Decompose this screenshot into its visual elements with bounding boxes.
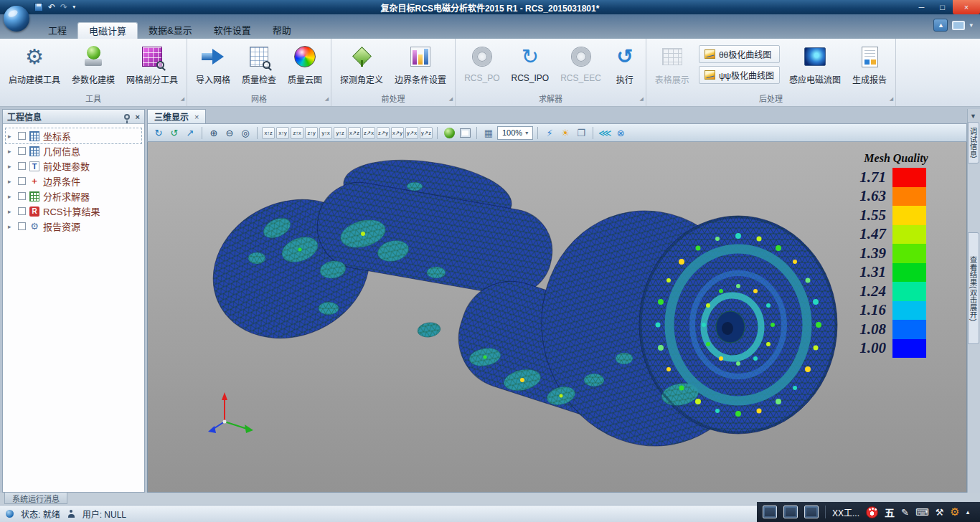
tab-em-computation[interactable]: 电磁计算 xyxy=(77,22,138,39)
expander-icon[interactable]: ▸ xyxy=(8,223,14,230)
settings-gear-icon[interactable]: ⚙ xyxy=(950,506,959,518)
ime-tools-icon[interactable]: ⚒ xyxy=(936,507,944,518)
spin-icon[interactable]: ↺ xyxy=(167,125,182,140)
save-icon[interactable] xyxy=(34,3,43,11)
checkbox[interactable] xyxy=(18,177,26,185)
layers-icon[interactable]: ❐ xyxy=(574,125,588,140)
checkbox[interactable] xyxy=(18,162,26,170)
boundary-condition-button[interactable]: 边界条件设置 xyxy=(390,41,451,85)
shaded-view-icon[interactable] xyxy=(442,125,456,140)
quality-check-button[interactable]: 质量检查 xyxy=(237,41,281,85)
tree-item-analysis-solver[interactable]: ▸ 分析求解器 xyxy=(6,189,141,204)
view-orientation-button[interactable]: z↗y xyxy=(377,127,390,139)
expander-icon[interactable]: ▸ xyxy=(8,163,14,170)
expander-icon[interactable]: ▸ xyxy=(8,193,14,200)
system-messages-tab[interactable]: 系统运行消息 xyxy=(4,493,67,504)
launch-modeling-tool-button[interactable]: ⚙ 启动建模工具 xyxy=(4,41,65,85)
expander-icon[interactable]: ▸ xyxy=(8,208,14,215)
taskbar-window-button[interactable] xyxy=(763,506,777,518)
view-orientation-button[interactable]: y↗z xyxy=(420,127,433,139)
tree-item-rcs-results[interactable]: ▸ R RCS计算结果 xyxy=(6,204,141,219)
share-view-icon[interactable]: ⋘ xyxy=(598,125,612,140)
redo-icon[interactable]: ↷ xyxy=(60,0,67,14)
view-orientation-button[interactable]: x↗z xyxy=(348,127,361,139)
ime-keyboard-icon[interactable]: ⌨ xyxy=(915,507,929,518)
generate-report-button[interactable]: 生成报告 xyxy=(847,41,892,85)
group-dialog-launcher-icon[interactable]: ◢ xyxy=(181,93,184,104)
view-orientation-button[interactable]: y↗x xyxy=(405,127,418,139)
view-orientation-button[interactable]: z↑x xyxy=(291,127,303,139)
orbit-icon[interactable]: ↻ xyxy=(151,125,166,140)
view-orientation-button[interactable]: y↑z xyxy=(334,127,347,139)
zoom-level-select[interactable]: 100% ▾ xyxy=(497,126,533,140)
ime-paw-icon[interactable] xyxy=(866,506,878,518)
taskbar-window-button[interactable] xyxy=(783,506,798,518)
tab-data-display[interactable]: 数据&显示 xyxy=(138,22,203,39)
expander-icon[interactable]: ▸ xyxy=(8,133,14,140)
view-orientation-button[interactable]: y↑x xyxy=(319,127,332,139)
quality-contour-button[interactable]: 质量云图 xyxy=(283,41,327,85)
theta-polarization-curve-button[interactable]: θθ极化曲线图 xyxy=(699,45,780,63)
rcs-ipo-button[interactable]: ↻ RCS_IPO xyxy=(506,41,554,83)
mesh-partition-tool-button[interactable]: 网格剖分工具 xyxy=(121,41,183,85)
tab-close-icon[interactable]: × xyxy=(194,113,199,121)
zoom-out-icon[interactable]: ⊖ xyxy=(222,125,237,140)
induced-current-map-button[interactable]: 感应电磁流图 xyxy=(784,41,846,85)
pointer-icon[interactable]: ↗ xyxy=(183,125,197,140)
tab-help[interactable]: 帮助 xyxy=(262,22,302,39)
tab-settings[interactable]: 软件设置 xyxy=(203,22,262,39)
tab-project[interactable]: 工程 xyxy=(37,22,77,39)
tab-row-menu-icon[interactable]: ▼ xyxy=(970,113,976,120)
zoom-fit-icon[interactable]: ◎ xyxy=(238,125,253,140)
app-logo-icon[interactable] xyxy=(4,6,29,32)
group-dialog-launcher-icon[interactable]: ◢ xyxy=(890,93,893,104)
ime-pen-icon[interactable]: ✎ xyxy=(901,507,909,518)
tree-item-preprocess-params[interactable]: ▸ T 前处理参数 xyxy=(6,158,141,174)
tree-item-geometry-info[interactable]: ▸ 几何信息 xyxy=(6,143,141,158)
view-orientation-button[interactable]: z↗x xyxy=(362,127,375,139)
view-orientation-button[interactable]: x↑z xyxy=(262,127,275,139)
view-orientation-button[interactable]: x↗y xyxy=(391,127,404,139)
tab-3d-display[interactable]: 三维显示 × xyxy=(147,109,206,123)
maximize-button[interactable]: □ xyxy=(932,0,953,14)
view-orientation-button[interactable]: x↑y xyxy=(276,127,289,139)
table-display-button[interactable]: 表格展示 xyxy=(650,41,694,85)
wireframe-view-icon[interactable] xyxy=(458,125,472,140)
grid-toggle-icon[interactable]: ▦ xyxy=(481,125,496,140)
pin-icon[interactable] xyxy=(124,114,130,120)
rcs-po-button[interactable]: RCS_PO xyxy=(459,41,504,83)
ribbon-collapse-icon[interactable]: ▲ xyxy=(933,19,948,32)
display-mode-caret-icon[interactable]: ▾ xyxy=(969,22,973,29)
qat-dropdown-icon[interactable]: ▾ xyxy=(72,0,75,14)
tree-item-coordinate-system[interactable]: ▸ 坐标系 xyxy=(6,128,141,143)
flash-render-icon[interactable]: ⚡ xyxy=(542,125,557,140)
panel-close-icon[interactable]: × xyxy=(136,113,140,120)
ime-mode-label[interactable]: 五 xyxy=(885,505,895,519)
side-tab-view-results[interactable]: 查看结果(双击展开) xyxy=(968,232,979,344)
group-dialog-launcher-icon[interactable]: ◢ xyxy=(639,93,643,104)
close-button[interactable]: × xyxy=(953,0,980,14)
rcs-eec-button[interactable]: RCS_EEC xyxy=(555,41,606,83)
probe-angle-button[interactable]: 探测角定义 xyxy=(335,41,388,85)
minimize-button[interactable]: ─ xyxy=(911,0,932,14)
execute-button[interactable]: ↺ 执行 xyxy=(608,41,642,85)
import-mesh-button[interactable]: 导入网格 xyxy=(191,41,235,85)
checkbox[interactable] xyxy=(18,207,26,215)
psi-polarization-curve-button[interactable]: ψψ极化曲线图 xyxy=(699,66,780,84)
side-tab-debug-info[interactable]: 调试信息 xyxy=(968,122,979,163)
undo-icon[interactable]: ↶ xyxy=(48,0,55,14)
taskbar-app-label[interactable]: XX工... xyxy=(832,506,859,518)
close-view-icon[interactable]: ⊗ xyxy=(613,125,628,140)
taskbar-window-button[interactable] xyxy=(804,506,819,518)
viewport-3d-canvas[interactable]: Mesh Quality 1.71 1.63 1.55 1.47 1.39 1.… xyxy=(147,142,967,493)
expander-icon[interactable]: ▸ xyxy=(8,148,14,155)
view-orientation-button[interactable]: z↑y xyxy=(305,127,318,139)
expander-icon[interactable]: ▸ xyxy=(8,178,14,185)
tree-item-report-resources[interactable]: ▸ ⚙ 报告资源 xyxy=(6,219,141,234)
zoom-in-icon[interactable]: ⊕ xyxy=(207,125,221,140)
display-mode-icon[interactable] xyxy=(952,21,965,30)
checkbox[interactable] xyxy=(18,192,26,200)
tree-item-boundary-conditions[interactable]: ▸ + 边界条件 xyxy=(6,174,141,189)
light-icon[interactable]: ☀ xyxy=(558,125,573,140)
checkbox[interactable] xyxy=(18,132,26,140)
